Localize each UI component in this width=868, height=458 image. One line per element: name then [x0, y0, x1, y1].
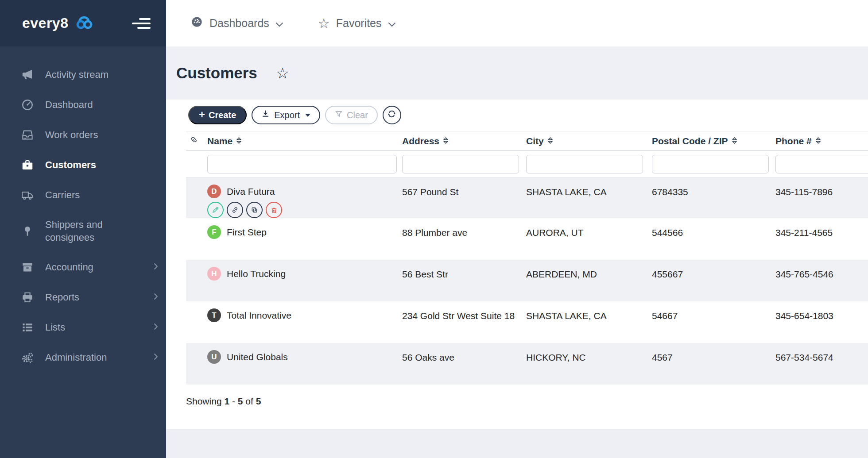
sidebar-item-shippers-consignees[interactable]: Shippers and consignees	[0, 210, 166, 252]
truck-icon	[21, 189, 34, 202]
dashboards-menu-label: Dashboards	[209, 17, 269, 30]
name-filter-input[interactable]	[207, 155, 397, 173]
sidebar-item-label: Lists	[45, 321, 65, 334]
refresh-icon	[387, 109, 397, 121]
sidebar-item-lists[interactable]: Lists	[0, 312, 166, 343]
favorites-menu[interactable]: ☆ Favorites	[318, 17, 396, 30]
star-icon: ☆	[318, 17, 330, 30]
customer-phone: 567-534-5674	[770, 350, 868, 385]
copy-button[interactable]	[246, 202, 263, 218]
avatar: H	[207, 267, 221, 281]
customer-name: Diva Futura	[227, 186, 275, 197]
sidebar-item-administration[interactable]: Administration	[0, 343, 166, 373]
dashboards-menu[interactable]: Dashboards	[190, 15, 283, 31]
favorites-menu-label: Favorites	[336, 17, 382, 30]
dashboard-gauge-icon	[190, 15, 203, 31]
customers-panel: + Create Export Clear	[166, 100, 868, 429]
sidebar-item-label: Work orders	[45, 129, 98, 142]
chevron-down-icon	[388, 17, 396, 30]
chevron-right-icon	[154, 353, 158, 362]
table-row[interactable]: T Total Innovative 234 Gold Str West Sui…	[186, 301, 868, 343]
link-button[interactable]	[227, 202, 243, 218]
avatar: T	[207, 308, 221, 322]
sidebar-item-label: Customers	[45, 159, 96, 172]
clear-button-label: Clear	[347, 110, 368, 120]
customer-address: 56 Oaks ave	[397, 350, 521, 385]
customer-city: HICKORY, NC	[521, 350, 647, 385]
customer-city: AURORA, UT	[521, 225, 647, 260]
city-filter-input[interactable]	[526, 155, 643, 173]
table-row[interactable]: F First Step 88 Plumber ave AURORA, UT 5…	[186, 218, 868, 260]
phone-filter-input[interactable]	[775, 155, 868, 173]
sort-icon	[547, 136, 554, 146]
postal-filter-input[interactable]	[652, 155, 769, 173]
create-button[interactable]: + Create	[188, 106, 247, 124]
plus-icon: +	[199, 109, 205, 120]
chevron-right-icon	[154, 263, 158, 272]
inbox-tray-icon	[21, 128, 34, 142]
sidebar-toggle-hamburger-icon[interactable]	[132, 18, 151, 29]
sidebar-item-dashboard[interactable]: Dashboard	[0, 90, 166, 120]
pagination-summary: Showing 1 - 5 of 5	[186, 396, 868, 407]
column-label: Address	[402, 136, 439, 146]
favorite-star-icon[interactable]: ☆	[276, 64, 289, 82]
sidebar-item-activity-stream[interactable]: Activity stream	[0, 60, 166, 90]
sidebar-item-label: Dashboard	[45, 99, 93, 112]
sidebar-item-label: Carriers	[45, 189, 80, 202]
chevron-right-icon	[154, 323, 158, 332]
cloud-logo-icon	[74, 15, 95, 32]
customer-postal: 455667	[647, 267, 770, 301]
funnel-icon	[335, 110, 343, 120]
column-header-postal-code[interactable]: Postal Code / ZIP	[647, 136, 770, 146]
table-row[interactable]: D Diva Futura	[186, 177, 868, 218]
sidebar-item-accounting[interactable]: Accounting	[0, 252, 166, 282]
sidebar-nav: Activity stream Dashboard Work order	[0, 46, 166, 373]
table-header-row: Name Address City	[186, 131, 868, 151]
sidebar-item-work-orders[interactable]: Work orders	[0, 120, 166, 150]
download-icon	[261, 110, 270, 120]
caret-down-icon	[305, 114, 310, 117]
brand-logo: every8	[22, 15, 68, 31]
column-label: City	[526, 136, 544, 146]
chevron-down-icon	[275, 17, 283, 30]
sidebar: every8 Activity stream	[0, 0, 166, 458]
column-header-city[interactable]: City	[521, 136, 647, 146]
customer-postal: 6784335	[647, 185, 770, 218]
column-header-address[interactable]: Address	[397, 136, 521, 146]
table-row[interactable]: H Hello Trucking 56 Best Str ABERDEEN, M…	[186, 260, 868, 301]
delete-button[interactable]	[266, 202, 282, 218]
customers-table: Name Address City	[186, 131, 868, 385]
sidebar-item-label: Reports	[45, 291, 79, 304]
export-button[interactable]: Export	[252, 106, 320, 124]
megaphone-icon	[21, 68, 34, 81]
sidebar-item-reports[interactable]: Reports	[0, 282, 166, 312]
sidebar-item-carriers[interactable]: Carriers	[0, 180, 166, 210]
customer-name: Hello Trucking	[227, 269, 286, 279]
address-filter-input[interactable]	[402, 155, 519, 173]
chevron-right-icon	[154, 293, 158, 302]
customer-postal: 54667	[647, 308, 770, 343]
sort-icon	[442, 136, 449, 146]
clear-filters-button[interactable]: Clear	[325, 106, 378, 124]
table-row[interactable]: U United Globals 56 Oaks ave HICKORY, NC…	[186, 343, 868, 385]
filter-row	[186, 151, 868, 177]
customer-phone: 345-654-1803	[770, 308, 868, 343]
refresh-button[interactable]	[383, 106, 401, 124]
avatar-initial: F	[212, 228, 216, 237]
list-icon	[21, 321, 34, 334]
avatar-initial: U	[211, 353, 217, 362]
of-label: of	[245, 396, 253, 406]
toolbar: + Create Export Clear	[188, 106, 868, 124]
gears-icon	[21, 351, 34, 364]
edit-button[interactable]	[207, 202, 224, 218]
column-header-phone[interactable]: Phone #	[770, 136, 868, 146]
sidebar-item-customers[interactable]: Customers	[0, 150, 166, 180]
attachments-column-header	[186, 135, 202, 147]
archive-box-icon	[21, 261, 34, 274]
column-header-name[interactable]: Name	[202, 136, 397, 146]
customer-name: First Step	[227, 227, 267, 238]
range-dash: -	[232, 396, 235, 406]
avatar: U	[207, 350, 221, 364]
total-count: 5	[256, 396, 261, 406]
customer-name: United Globals	[227, 352, 288, 362]
